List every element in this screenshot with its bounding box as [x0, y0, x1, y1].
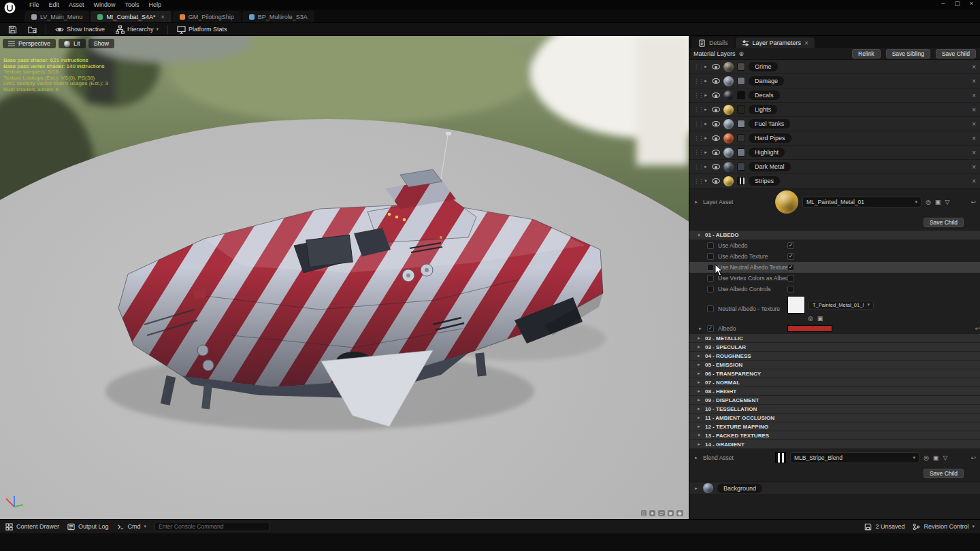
show-flags-button[interactable]: Show — [88, 39, 115, 48]
override-checkbox[interactable]: ✓ — [707, 305, 714, 312]
layer-name-chip[interactable]: Decals — [749, 90, 780, 100]
layer-name-chip[interactable]: Dark Metal — [749, 162, 791, 171]
visibility-eye-icon[interactable] — [712, 64, 720, 69]
drag-handle-icon[interactable]: ⋮⋮ — [693, 63, 700, 70]
layer-asset-thumbnail[interactable] — [775, 190, 798, 214]
category-tessellation[interactable]: ▸10 - TESSELLATION — [689, 405, 980, 414]
filter-icon[interactable]: ▽ — [943, 454, 947, 461]
override-checkbox[interactable]: ✓ — [707, 264, 714, 271]
minimize-icon[interactable]: – — [941, 0, 945, 7]
blend-asset-thumbnail[interactable] — [775, 452, 786, 463]
expand-arrow-icon[interactable]: ▸ — [698, 326, 703, 331]
visibility-eye-icon[interactable] — [712, 107, 720, 112]
save-child-button[interactable]: Save Child — [924, 469, 964, 478]
view-mode-button[interactable]: Lit — [59, 39, 86, 48]
layer-name-chip[interactable]: Grime — [749, 62, 778, 71]
drag-handle-icon[interactable]: ⋮⋮ — [693, 163, 700, 170]
menu-item-asset[interactable]: Asset — [64, 1, 89, 8]
expand-arrow-icon[interactable]: ▸ — [693, 455, 699, 461]
category-ambient-occlusion[interactable]: ▸11 - AMBIENT OCCLUSION — [689, 414, 980, 422]
override-checkbox[interactable]: ✓ — [707, 242, 714, 249]
expand-arrow-icon[interactable]: ▸ — [703, 164, 708, 169]
value-checkbox[interactable]: ✓ — [787, 242, 794, 249]
layer-name-chip[interactable]: Stripes — [749, 176, 780, 186]
category-height[interactable]: ▸08 - HEIGHT — [689, 387, 980, 396]
drag-handle-icon[interactable]: ⋮⋮ — [693, 149, 700, 156]
menu-item-tools[interactable]: Tools — [120, 1, 144, 8]
tab-layer-parameters[interactable]: Layer Parameters × — [736, 37, 815, 48]
category-transparency[interactable]: ▸06 - TRANSPARENCY — [689, 369, 980, 378]
layer-name-chip[interactable]: Damage — [749, 76, 784, 86]
drag-handle-icon[interactable]: ⋮⋮ — [693, 92, 700, 99]
asset-tab-bp-multirole[interactable]: BP_Multirole_S3A — [242, 11, 314, 22]
browse-to-asset-icon[interactable]: ▣ — [935, 199, 941, 205]
remove-layer-icon[interactable]: × — [972, 135, 976, 142]
category-specular[interactable]: ▸03 - SPECULAR — [689, 343, 980, 352]
expand-arrow-icon[interactable]: ▸ — [703, 107, 708, 112]
category-albedo[interactable]: ▾ 01 - ALBEDO — [689, 231, 980, 240]
menu-item-help[interactable]: Help — [144, 1, 167, 8]
unreal-logo[interactable] — [4, 2, 16, 14]
layer-asset-combo[interactable]: ML_Painted_Metal_01 ▾ — [802, 197, 921, 207]
drag-handle-icon[interactable]: ⋮⋮ — [693, 78, 700, 84]
preview-cylinder-icon[interactable]: ▯ — [641, 510, 647, 516]
browse-to-asset-icon[interactable]: ▣ — [933, 454, 939, 461]
browse-to-asset-button[interactable] — [23, 24, 42, 35]
remove-layer-icon[interactable]: × — [972, 120, 976, 128]
tab-details[interactable]: Details — [692, 37, 734, 48]
visibility-eye-icon[interactable] — [712, 178, 720, 184]
drag-handle-icon[interactable]: ⋮⋮ — [693, 135, 700, 141]
expand-arrow-icon[interactable]: ▸ — [703, 78, 708, 84]
category-metallic[interactable]: ▸02 - METALLIC — [689, 334, 980, 343]
category-packed-textures[interactable]: ▾13 - PACKED TEXTURES — [689, 431, 980, 440]
asset-tab-lv-main-menu[interactable]: LV_Main_Menu — [24, 11, 89, 22]
viewport-3d[interactable]: Perspective Lit Show Base pass shader: 6… — [0, 36, 689, 519]
albedo-color-swatch[interactable] — [787, 325, 832, 332]
expand-arrow-icon[interactable]: ▸ — [703, 135, 708, 141]
remove-layer-icon[interactable]: × — [972, 163, 976, 171]
visibility-eye-icon[interactable] — [712, 78, 720, 84]
visibility-eye-icon[interactable] — [712, 135, 720, 141]
menu-item-window[interactable]: Window — [89, 1, 120, 8]
use-selected-asset-icon[interactable]: ◎ — [926, 199, 931, 205]
category-normal[interactable]: ▸07 - NORMAL — [689, 378, 980, 387]
override-checkbox[interactable]: ✓ — [707, 325, 714, 332]
layer-name-chip[interactable]: Fuel Tanks — [749, 119, 790, 129]
revision-control-button[interactable]: Revision Control ▾ — [913, 523, 975, 531]
asset-tab-mi-combat[interactable]: MI_Combat_S4A* × — [91, 11, 171, 22]
layer-name-chip[interactable]: Highlight — [749, 148, 785, 157]
expand-arrow-icon[interactable]: ▸ — [703, 93, 708, 98]
category-displacement[interactable]: ▸09 - DISPLACEMENT — [689, 396, 980, 405]
layer-name-chip[interactable]: Background — [717, 484, 762, 493]
remove-layer-icon[interactable]: × — [972, 149, 976, 156]
collapse-arrow-icon[interactable]: ▾ — [703, 178, 708, 184]
output-log-button[interactable]: Output Log — [67, 523, 109, 531]
platform-stats-button[interactable]: Platform Stats — [172, 24, 232, 35]
value-checkbox[interactable]: ✓ — [787, 253, 794, 260]
save-child-button[interactable]: Save Child — [924, 218, 964, 227]
blend-asset-combo[interactable]: MLB_Stripe_Blend ▾ — [790, 452, 919, 463]
override-checkbox[interactable]: ✓ — [707, 275, 714, 282]
preview-custom-mesh-icon[interactable]: ◆ — [676, 510, 683, 516]
category-texture-mapping[interactable]: ▸12 - TEXTURE MAPPING — [689, 422, 980, 431]
reset-to-default-icon[interactable]: ↩ — [970, 199, 976, 205]
visibility-eye-icon[interactable] — [712, 93, 720, 98]
relink-button[interactable]: Relink — [852, 49, 881, 59]
save-button[interactable] — [3, 24, 22, 35]
value-checkbox[interactable]: ✓ — [787, 264, 794, 271]
expand-arrow-icon[interactable]: ▸ — [693, 486, 699, 491]
preview-cube-icon[interactable]: ■ — [668, 510, 674, 516]
remove-layer-icon[interactable]: × — [972, 178, 976, 185]
reset-to-default-icon[interactable]: ↩ — [970, 454, 976, 461]
unsaved-button[interactable]: 2 Unsaved — [864, 523, 904, 531]
drag-handle-icon[interactable]: ⋮⋮ — [693, 178, 700, 184]
neutral-albedo-texture-combo[interactable]: T_Painted_Metal_01_NA ▾ — [808, 301, 874, 310]
expand-arrow-icon[interactable]: ▸ — [703, 150, 708, 155]
close-tab-icon[interactable]: × — [161, 14, 164, 20]
filter-icon[interactable]: ▽ — [945, 199, 949, 205]
browse-to-asset-icon[interactable]: ▣ — [817, 315, 823, 322]
override-checkbox[interactable]: ✓ — [707, 253, 714, 260]
visibility-eye-icon[interactable] — [712, 164, 720, 169]
expand-arrow-icon[interactable]: ▸ — [693, 199, 699, 205]
save-child-button[interactable]: Save Child — [936, 49, 976, 59]
